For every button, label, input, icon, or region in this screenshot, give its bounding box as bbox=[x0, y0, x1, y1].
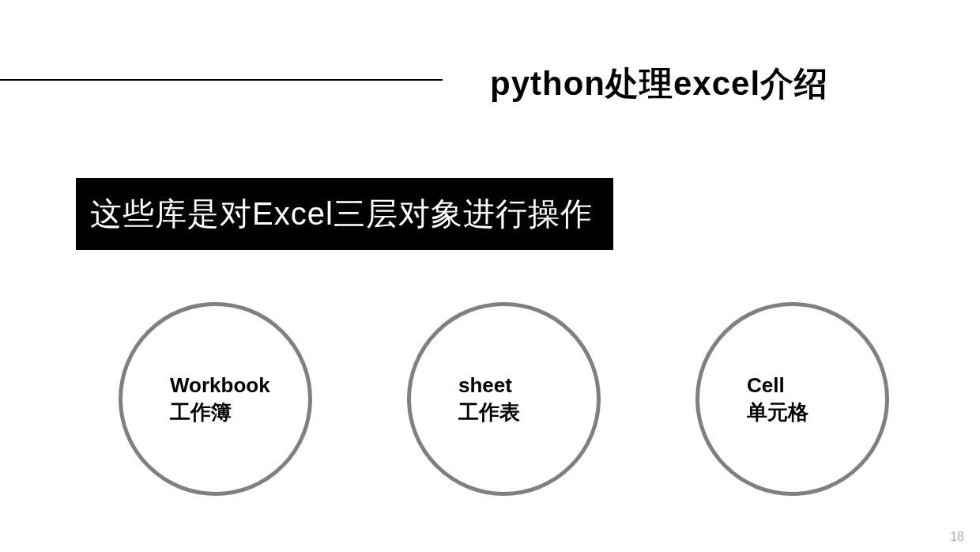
divider-line bbox=[0, 79, 443, 81]
circles-row: Workbook 工作簿 sheet 工作表 Cell 单元格 bbox=[119, 302, 889, 496]
circle-label-cn: 工作簿 bbox=[170, 399, 232, 426]
circle-sheet: sheet 工作表 bbox=[407, 302, 601, 496]
circle-cell: Cell 单元格 bbox=[695, 302, 889, 496]
circle-label-en: Workbook bbox=[170, 372, 270, 399]
circle-label-en: Cell bbox=[747, 372, 785, 399]
page-number: 18 bbox=[950, 530, 964, 544]
circle-label-cn: 工作表 bbox=[458, 399, 520, 426]
slide-title: python处理excel介绍 bbox=[490, 62, 828, 106]
circle-label-cn: 单元格 bbox=[747, 399, 808, 426]
circle-label-en: sheet bbox=[458, 372, 512, 399]
subtitle-box: 这些库是对Excel三层对象进行操作 bbox=[76, 178, 613, 250]
circle-workbook: Workbook 工作簿 bbox=[119, 302, 312, 496]
